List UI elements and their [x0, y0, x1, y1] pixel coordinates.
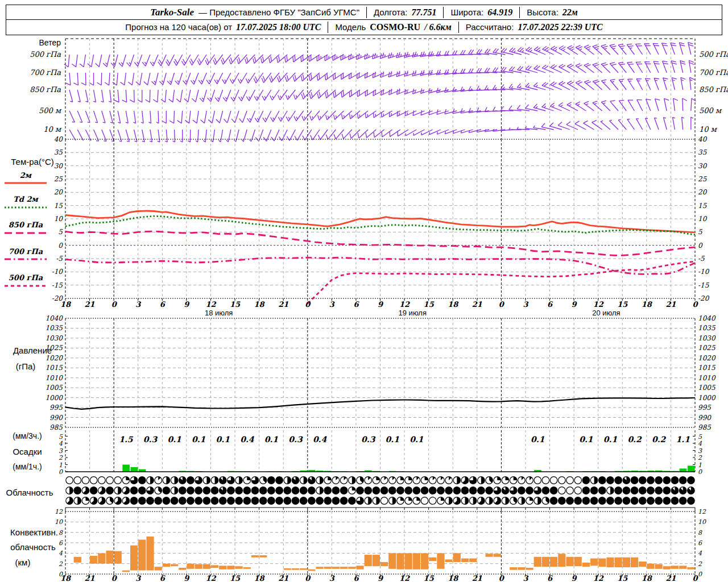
svg-text:1010: 1010	[45, 374, 63, 382]
convective-cloud-bar	[413, 553, 420, 569]
convective-cloud-bar	[235, 566, 243, 569]
legend-item: 500 гПа	[5, 273, 47, 286]
svg-text:0: 0	[59, 468, 63, 476]
convective-cloud-bar	[388, 553, 396, 569]
convective-cloud-bar	[114, 551, 122, 564]
svg-text:0.1: 0.1	[386, 435, 400, 444]
wind-barb	[610, 120, 619, 130]
svg-text:0: 0	[111, 574, 118, 582]
wind-barb	[88, 55, 94, 67]
svg-text:8: 8	[698, 529, 702, 537]
wind-barb	[96, 55, 102, 67]
convective-cloud-bar	[598, 559, 606, 567]
svg-text:(км): (км)	[15, 558, 31, 567]
convective-cloud-bar	[437, 553, 444, 569]
wind-barb	[73, 73, 78, 85]
cloud-cover-symbol	[534, 477, 541, 484]
wind-barb	[303, 130, 312, 140]
convective-cloud-bar	[219, 566, 226, 569]
svg-text:1015: 1015	[698, 364, 716, 372]
convective-cloud-bar	[445, 559, 453, 562]
convective-cloud-bar	[122, 571, 130, 572]
svg-text:1.1: 1.1	[676, 435, 690, 444]
svg-text:9: 9	[572, 574, 578, 582]
svg-text:21: 21	[665, 300, 676, 309]
svg-text:3: 3	[329, 574, 335, 582]
wind-barb	[627, 62, 635, 73]
convective-cloud-bar	[687, 567, 694, 569]
svg-text:18 июля: 18 июля	[205, 309, 233, 317]
svg-text:6: 6	[353, 574, 359, 582]
convective-cloud-bar	[203, 564, 210, 569]
wind-barb	[271, 111, 279, 122]
convective-cloud-bar	[356, 566, 363, 569]
wind-barb	[679, 43, 685, 55]
convective-cloud-bar	[534, 557, 541, 567]
wind-barb	[128, 73, 134, 85]
convective-cloud-bar	[74, 557, 81, 563]
svg-text:0.3: 0.3	[143, 435, 158, 444]
wind-barb	[169, 111, 174, 123]
svg-text:12: 12	[593, 300, 604, 309]
wind-barb	[664, 118, 667, 130]
svg-text:995: 995	[49, 404, 63, 411]
wind-barb	[142, 130, 144, 142]
wind-barb	[94, 111, 98, 123]
precip-bar	[122, 465, 130, 472]
svg-text:500 гПа: 500 гПа	[9, 273, 43, 282]
wind-barb	[601, 63, 610, 73]
svg-text:20: 20	[698, 188, 708, 196]
svg-text:10: 10	[698, 518, 706, 526]
svg-text:700 гПа: 700 гПа	[699, 68, 728, 77]
wind-barb	[174, 55, 183, 65]
svg-text:9: 9	[572, 300, 578, 309]
wind-barb	[206, 73, 214, 84]
wind-barb	[672, 78, 677, 90]
cloud-row	[66, 477, 694, 484]
header-separator	[328, 22, 328, 33]
convective-cloud-bar	[308, 569, 315, 571]
wind-barb	[191, 73, 198, 84]
cloud-row	[66, 487, 694, 494]
convective-cloud-bar	[284, 568, 291, 570]
svg-text:985: 985	[49, 423, 63, 431]
wind-barb	[231, 90, 239, 101]
svg-text:Td 2м: Td 2м	[13, 195, 39, 203]
svg-text:15: 15	[617, 300, 628, 309]
cloud-cover-symbol	[429, 497, 436, 505]
wind-barb	[214, 73, 223, 84]
wind-barb	[81, 73, 86, 85]
wind-barb	[662, 43, 668, 55]
wind-barb	[118, 111, 121, 123]
model-resolution: / 6.6км	[424, 22, 452, 32]
svg-text:0: 0	[698, 468, 702, 476]
wind-barb	[141, 111, 143, 123]
svg-text:-10: -10	[52, 268, 64, 276]
convective-cloud-bar	[486, 554, 493, 557]
wind-barb	[183, 73, 191, 85]
wind-barb	[136, 73, 142, 85]
wind-barb	[126, 130, 129, 142]
svg-text:1040: 1040	[698, 314, 716, 322]
svg-text:35: 35	[54, 148, 64, 156]
wind-barb	[193, 111, 198, 123]
svg-text:850 гПа: 850 гПа	[30, 85, 61, 94]
altitude-value: 22м	[562, 7, 578, 18]
altitude-label: Высота:	[527, 7, 559, 17]
svg-text:1: 1	[59, 462, 63, 469]
svg-text:-20: -20	[698, 294, 710, 302]
svg-text:0: 0	[698, 571, 702, 578]
svg-text:12: 12	[55, 508, 63, 516]
wind-barb	[263, 111, 271, 122]
wind-barb	[636, 62, 643, 73]
wind-barb	[89, 73, 94, 85]
svg-text:10: 10	[54, 215, 64, 223]
wind-barb	[114, 90, 119, 102]
svg-text:3: 3	[523, 574, 528, 582]
wind-barb	[653, 43, 659, 55]
svg-text:18: 18	[448, 300, 459, 309]
svg-text:700 гПа: 700 гПа	[30, 68, 61, 77]
svg-text:6: 6	[547, 300, 553, 309]
svg-text:18: 18	[60, 574, 72, 582]
svg-text:18: 18	[448, 574, 459, 582]
